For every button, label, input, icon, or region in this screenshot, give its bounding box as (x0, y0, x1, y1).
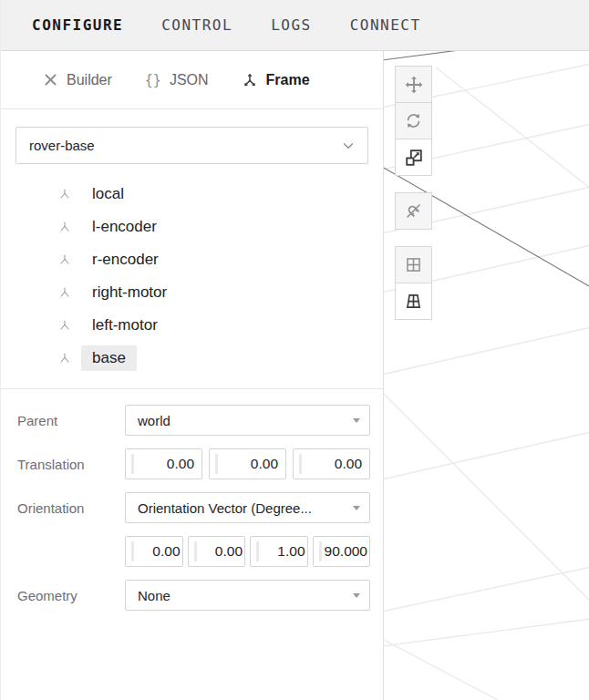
snap-tool-group (395, 192, 432, 230)
grid-perspective-icon (404, 292, 423, 311)
frame-tree-label: r-encoder (81, 247, 170, 273)
rotate-icon (404, 111, 423, 130)
scale-tool-button[interactable] (395, 139, 432, 176)
tools-icon (43, 72, 58, 88)
grid-flat-button[interactable] (395, 246, 432, 283)
parent-select[interactable]: world (125, 405, 370, 436)
frame-axes-icon (242, 72, 258, 88)
component-select[interactable]: rover-base (16, 127, 368, 164)
geometry-select-value: None (138, 588, 170, 603)
frame-tree-item-left-motor[interactable]: left-motor (1, 309, 383, 342)
translation-z-input[interactable] (293, 448, 370, 479)
frame-tree-item-l-encoder[interactable]: l-encoder (1, 211, 383, 243)
tab-builder-label: Builder (67, 72, 112, 88)
grid-tool-group (395, 246, 432, 320)
frame-tree-item-local[interactable]: local (1, 178, 383, 211)
frame-axes-icon (57, 187, 74, 201)
frame-tree-item-base[interactable]: base (1, 342, 383, 375)
frame-tree-label: left-motor (81, 313, 169, 338)
orientation-x-input[interactable] (125, 536, 183, 567)
frame-axes-icon (57, 252, 74, 267)
caret-down-icon (353, 593, 360, 598)
grid-perspective-button[interactable] (395, 283, 432, 320)
translation-y-input[interactable] (209, 448, 286, 479)
orientation-theta-input[interactable] (313, 536, 371, 567)
translation-x-input[interactable] (125, 448, 202, 479)
geometry-label: Geometry (17, 588, 125, 603)
orientation-z-input[interactable] (250, 536, 308, 567)
frame-axes-icon (57, 220, 74, 234)
tab-json-label: JSON (170, 72, 209, 88)
orientation-label: Orientation (17, 500, 125, 516)
tab-configure[interactable]: CONFIGURE (32, 16, 123, 34)
geometry-select[interactable]: None (125, 580, 370, 611)
viewport-toolbar (395, 67, 432, 333)
three-d-viewport[interactable] (384, 51, 589, 700)
chevron-down-icon (340, 138, 356, 157)
orientation-type-value: Orientation Vector (Degree... (138, 500, 312, 516)
component-select-value: rover-base (29, 138, 95, 153)
transform-tool-group (395, 66, 432, 176)
frame-axes-icon (57, 318, 74, 333)
tab-frame[interactable]: Frame (242, 72, 310, 88)
caret-down-icon (353, 418, 360, 423)
frame-tree-label: l-encoder (81, 214, 168, 240)
caret-down-icon (353, 506, 360, 510)
tab-json[interactable]: {} JSON (145, 72, 209, 88)
frame-tree-item-r-encoder[interactable]: r-encoder (1, 243, 383, 276)
config-mode-nav: Builder {} JSON Frame (1, 51, 383, 109)
tab-control[interactable]: CONTROL (161, 16, 232, 34)
parent-select-value: world (138, 413, 170, 428)
tab-frame-label: Frame (266, 72, 310, 88)
orientation-y-input[interactable] (188, 536, 246, 567)
parent-label: Parent (17, 413, 125, 428)
move-icon (404, 75, 424, 95)
frame-tree-item-right-motor[interactable]: right-motor (1, 276, 383, 309)
app-window: CONFIGURE CONTROL LOGS CONNECT Builder {… (0, 0, 589, 700)
top-nav: CONFIGURE CONTROL LOGS CONNECT (1, 0, 589, 51)
frame-tree-label: base (81, 345, 137, 371)
frame-axes-icon (57, 285, 74, 300)
frame-tree-label: local (81, 181, 135, 207)
orientation-type-select[interactable]: Orientation Vector (Degree... (125, 492, 370, 523)
translation-label: Translation (17, 457, 125, 472)
move-tool-button[interactable] (395, 66, 432, 103)
frame-config-panel: Builder {} JSON Frame rover-base (1, 51, 384, 700)
grid-flat-icon (404, 255, 423, 274)
braces-icon: {} (145, 72, 161, 88)
frame-tree: local l-encoder r-encoder right-motor le… (1, 178, 383, 375)
tab-logs[interactable]: LOGS (271, 16, 312, 34)
tab-builder[interactable]: Builder (43, 72, 112, 88)
snap-disabled-icon (404, 201, 423, 221)
frame-axes-icon (57, 351, 74, 365)
scale-icon (404, 148, 424, 168)
frame-tree-label: right-motor (81, 280, 178, 305)
tab-connect[interactable]: CONNECT (350, 16, 421, 34)
frame-form: Parent world Translation Orientati (1, 389, 383, 611)
snap-disabled-button[interactable] (395, 192, 432, 230)
rotate-tool-button[interactable] (395, 102, 432, 139)
